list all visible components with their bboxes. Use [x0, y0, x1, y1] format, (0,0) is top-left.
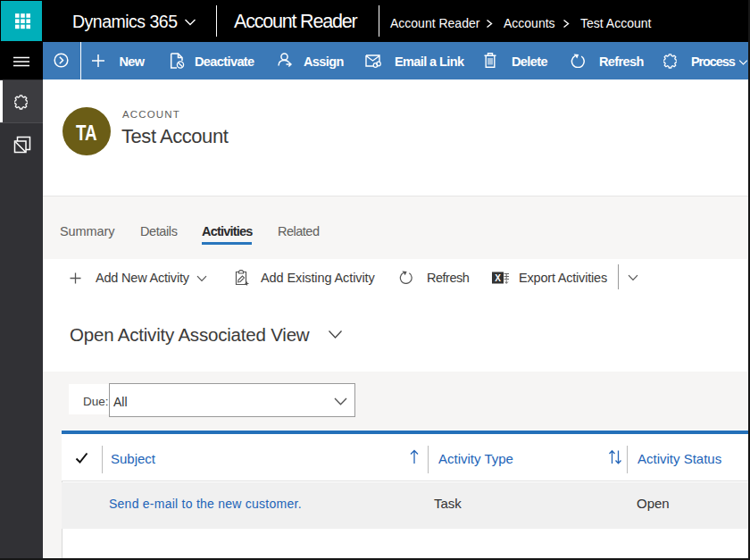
- svg-text:X: X: [495, 273, 501, 283]
